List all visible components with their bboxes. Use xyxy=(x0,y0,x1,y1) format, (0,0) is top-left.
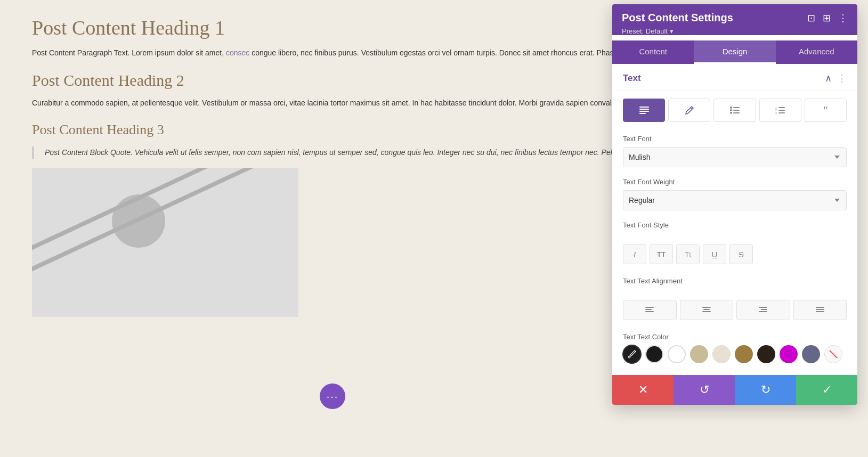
color-swatch-magenta[interactable] xyxy=(780,345,798,363)
settings-panel: Post Content Settings ⊡ ⊞ ⋮ Preset: Defa… xyxy=(612,4,857,405)
color-swatch-tan[interactable] xyxy=(735,345,753,363)
svg-line-33 xyxy=(830,350,837,358)
text-color-section: Text Text Color xyxy=(612,328,857,372)
confirm-icon: ✓ xyxy=(822,383,832,397)
redo-icon: ↻ xyxy=(761,383,770,397)
svg-rect-9 xyxy=(733,112,740,113)
align-left-btn[interactable] xyxy=(623,300,677,320)
svg-rect-24 xyxy=(759,307,767,308)
svg-rect-20 xyxy=(702,307,711,308)
placeholder-diagonal-1 xyxy=(32,168,298,257)
font-style-italic[interactable]: I xyxy=(623,244,646,264)
svg-rect-28 xyxy=(816,307,824,308)
svg-rect-21 xyxy=(703,309,710,310)
font-style-lowercase[interactable]: Tt xyxy=(676,244,700,264)
align-justify-btn[interactable] xyxy=(793,300,847,320)
undo-icon: ↺ xyxy=(700,383,709,397)
text-color-label: Text Text Color xyxy=(623,333,847,341)
section-collapse-icon[interactable]: ∧ xyxy=(825,72,832,84)
svg-rect-25 xyxy=(761,309,767,310)
color-swatch-beige-dark[interactable] xyxy=(690,345,708,363)
type-btn-quote[interactable]: " xyxy=(805,99,847,122)
font-style-strikethrough[interactable]: S xyxy=(729,244,753,264)
svg-rect-11 xyxy=(778,107,785,108)
type-btn-paragraph[interactable] xyxy=(623,99,665,122)
panel-body: Text ∧ ⋮ xyxy=(612,64,857,405)
svg-point-8 xyxy=(730,112,732,114)
section-title: Text xyxy=(623,73,641,84)
svg-rect-0 xyxy=(639,107,649,108)
panel-title: Post Content Settings xyxy=(622,12,733,24)
svg-rect-22 xyxy=(702,311,711,312)
align-right-btn[interactable] xyxy=(736,300,790,320)
text-font-select[interactable]: Mulish Roboto Open Sans xyxy=(623,147,847,167)
svg-rect-30 xyxy=(816,311,824,312)
confirm-button[interactable]: ✓ xyxy=(796,375,857,405)
svg-text:3.: 3. xyxy=(775,111,777,114)
svg-point-32 xyxy=(628,356,630,358)
svg-rect-7 xyxy=(733,110,740,111)
svg-rect-16 xyxy=(645,307,654,308)
more-options-button[interactable]: ··· xyxy=(320,383,345,409)
alignment-buttons xyxy=(612,295,857,328)
more-options-icon: ··· xyxy=(327,390,339,403)
undo-button[interactable]: ↺ xyxy=(674,375,735,405)
color-swatch-beige-light[interactable] xyxy=(712,345,731,363)
color-swatch-clear[interactable] xyxy=(824,345,842,363)
svg-rect-13 xyxy=(778,110,785,111)
columns-icon[interactable]: ⊞ xyxy=(823,12,831,24)
placeholder-image xyxy=(32,168,298,317)
color-swatch-eyedropper[interactable] xyxy=(623,345,641,363)
svg-rect-3 xyxy=(639,113,646,114)
svg-text:1.: 1. xyxy=(775,107,777,109)
text-font-weight-label: Text Font Weight xyxy=(623,178,847,186)
text-alignment-label: Text Text Alignment xyxy=(623,277,847,285)
color-swatch-dark-brown[interactable] xyxy=(757,345,775,363)
text-font-label: Text Font xyxy=(623,135,847,143)
font-style-uppercase[interactable]: TT xyxy=(650,244,673,264)
svg-point-6 xyxy=(730,109,732,111)
color-swatch-gray[interactable] xyxy=(802,345,820,363)
more-icon[interactable]: ⋮ xyxy=(838,12,848,24)
type-btn-list-unordered[interactable] xyxy=(713,99,756,122)
color-swatch-black[interactable] xyxy=(645,345,663,363)
tab-advanced[interactable]: Advanced xyxy=(776,40,857,64)
link-text[interactable]: consec xyxy=(226,48,249,57)
svg-point-4 xyxy=(730,107,732,109)
text-font-weight-select[interactable]: Regular Bold Light xyxy=(623,190,847,210)
cancel-button[interactable]: ✕ xyxy=(612,375,674,405)
type-btn-list-ordered[interactable]: 1. 2. 3. xyxy=(759,99,801,122)
redo-button[interactable]: ↻ xyxy=(735,375,796,405)
screen-icon[interactable]: ⊡ xyxy=(807,12,815,24)
svg-rect-26 xyxy=(759,311,767,312)
panel-preset[interactable]: Preset: Default xyxy=(622,27,848,35)
svg-rect-5 xyxy=(733,107,740,108)
svg-text:2.: 2. xyxy=(775,109,777,112)
svg-rect-15 xyxy=(778,112,785,113)
tab-design[interactable]: Design xyxy=(694,40,775,64)
align-center-btn[interactable] xyxy=(680,300,734,320)
text-font-style-group: Text Font Style xyxy=(612,216,857,239)
section-more-icon[interactable]: ⋮ xyxy=(837,72,847,84)
panel-header-icons: ⊡ ⊞ ⋮ xyxy=(807,12,848,24)
font-style-buttons: I TT Tt U S xyxy=(612,239,857,272)
text-alignment-group: Text Text Alignment xyxy=(612,272,857,295)
font-style-underline[interactable]: U xyxy=(703,244,726,264)
section-header: Text ∧ ⋮ xyxy=(612,64,857,91)
section-actions: ∧ ⋮ xyxy=(825,72,847,84)
color-swatch-white[interactable] xyxy=(668,345,686,363)
type-buttons-group: 1. 2. 3. " xyxy=(612,91,857,129)
color-swatches xyxy=(623,345,847,363)
svg-rect-17 xyxy=(645,309,652,310)
tab-content[interactable]: Content xyxy=(612,40,694,64)
text-font-style-label: Text Font Style xyxy=(623,221,847,229)
type-btn-pen[interactable] xyxy=(668,99,710,122)
panel-header-top: Post Content Settings ⊡ ⊞ ⋮ xyxy=(622,12,848,24)
svg-rect-18 xyxy=(645,311,654,312)
text-font-group: Text Font Mulish Roboto Open Sans xyxy=(612,129,857,173)
svg-rect-1 xyxy=(639,109,649,110)
svg-rect-2 xyxy=(639,111,649,112)
svg-rect-29 xyxy=(816,309,824,310)
panel-tabs: Content Design Advanced xyxy=(612,40,857,64)
panel-header: Post Content Settings ⊡ ⊞ ⋮ Preset: Defa… xyxy=(612,4,857,35)
